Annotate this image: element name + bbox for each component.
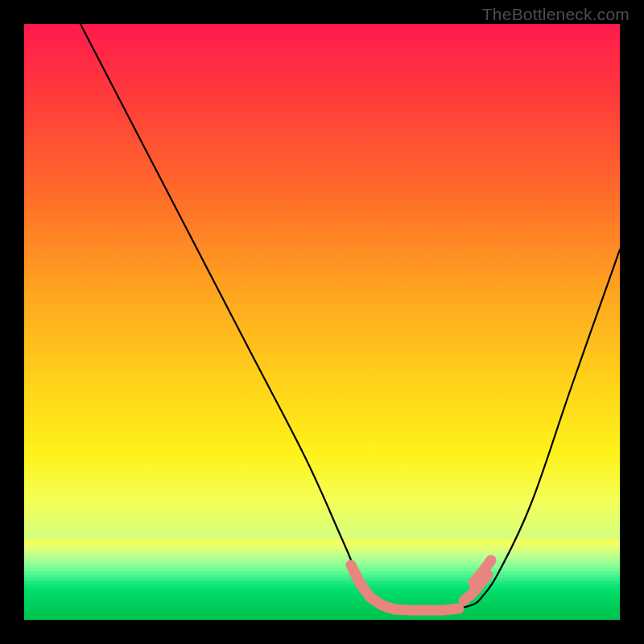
chart-frame: TheBottleneck.com [0, 0, 644, 644]
accent-flat-floor [394, 609, 459, 610]
watermark-text: TheBottleneck.com [482, 5, 630, 24]
bottleneck-curve [80, 24, 620, 611]
accent-left-elbow [351, 565, 394, 609]
accent-layer [351, 560, 491, 610]
chart-svg [24, 24, 620, 620]
curve-layer [80, 24, 620, 611]
plot-area [24, 24, 620, 620]
